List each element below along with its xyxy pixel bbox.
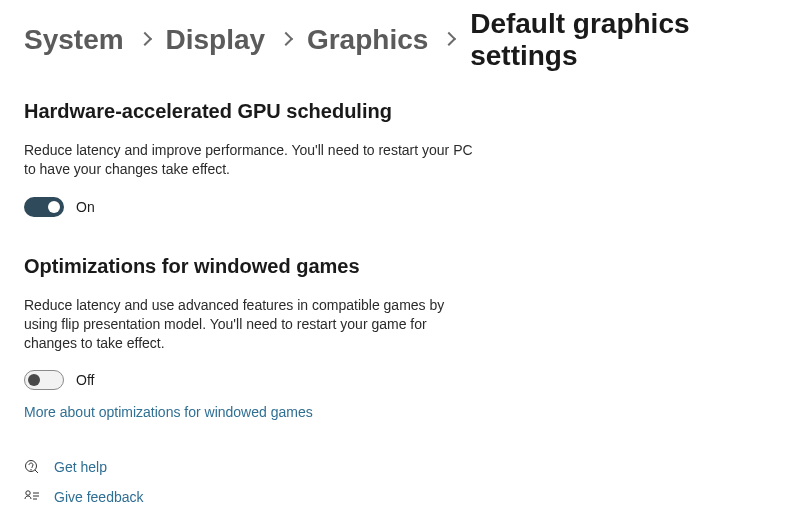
windowed-toggle[interactable] <box>24 370 64 390</box>
breadcrumb-system[interactable]: System <box>24 24 124 56</box>
give-feedback-text: Give feedback <box>54 489 144 505</box>
get-help-link[interactable]: Get help <box>24 459 798 475</box>
chevron-right-icon <box>279 32 293 46</box>
svg-point-2 <box>26 491 30 495</box>
toggle-knob <box>48 201 60 213</box>
breadcrumb-current: Default graphics settings <box>470 8 798 72</box>
windowed-games-section: Optimizations for windowed games Reduce … <box>24 255 798 422</box>
get-help-text: Get help <box>54 459 107 475</box>
gpu-scheduling-section: Hardware-accelerated GPU scheduling Redu… <box>24 100 798 217</box>
windowed-toggle-label: Off <box>76 372 94 388</box>
breadcrumb: System Display Graphics Default graphics… <box>24 8 798 72</box>
give-feedback-link[interactable]: Give feedback <box>24 489 798 505</box>
breadcrumb-graphics[interactable]: Graphics <box>307 24 428 56</box>
footer-links: Get help Give feedback <box>24 459 798 505</box>
breadcrumb-display[interactable]: Display <box>165 24 265 56</box>
gpu-toggle-row: On <box>24 197 798 217</box>
help-icon <box>24 459 40 475</box>
gpu-section-desc: Reduce latency and improve performance. … <box>24 141 474 179</box>
windowed-section-desc: Reduce latency and use advanced features… <box>24 296 474 353</box>
chevron-right-icon <box>138 32 152 46</box>
windowed-section-title: Optimizations for windowed games <box>24 255 798 278</box>
gpu-section-title: Hardware-accelerated GPU scheduling <box>24 100 798 123</box>
svg-point-1 <box>30 470 31 471</box>
feedback-icon <box>24 489 40 505</box>
windowed-toggle-row: Off <box>24 370 798 390</box>
toggle-knob <box>28 374 40 386</box>
chevron-right-icon <box>442 32 456 46</box>
gpu-toggle-label: On <box>76 199 95 215</box>
gpu-toggle[interactable] <box>24 197 64 217</box>
windowed-more-link[interactable]: More about optimizations for windowed ga… <box>24 404 313 420</box>
